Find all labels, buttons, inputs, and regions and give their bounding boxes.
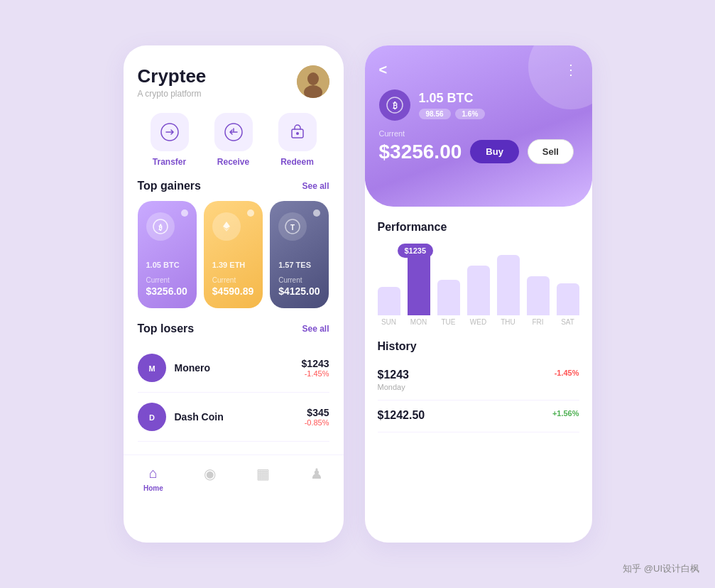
dash-value: $345: [305, 407, 329, 418]
eth-label: Current: [212, 276, 254, 284]
bar-sun-fill: [378, 287, 400, 315]
history-row-1[interactable]: $1242.50 +1.56%: [378, 401, 579, 432]
receive-icon: [224, 123, 243, 141]
gainer-card-tes[interactable]: T 1.57 TES Current $4125.00: [270, 201, 329, 308]
bar-sat-fill: [557, 283, 579, 315]
eth-value: $4590.89: [212, 285, 254, 297]
tes-name: 1.57 TES: [278, 261, 320, 269]
svg-point-6: [296, 132, 299, 135]
history-day-0: Monday: [378, 383, 410, 391]
gainer-card-btc[interactable]: ₿ 1.05 BTC Current $3256.00: [138, 201, 197, 308]
app-header: Cryptee A crypto platform: [138, 65, 329, 99]
losers-section: Top losers See all M Monero $1243 -1.45%: [124, 322, 344, 442]
chart-area: $1235 SUN MON TUE: [378, 244, 579, 329]
bar-tue-label: TUE: [442, 318, 456, 326]
nav-wallet[interactable]: ◉: [204, 465, 216, 492]
wallet-icon: ◉: [204, 465, 216, 482]
transfer-label: Transfer: [153, 157, 186, 167]
btc-big-icon: ₿: [386, 97, 403, 114]
bottom-nav: ⌂ Home ◉ ▦ ♟: [124, 454, 344, 505]
svg-text:D: D: [149, 413, 155, 422]
bar-thu: THU: [497, 244, 520, 326]
btc-value: $3256.00: [146, 285, 188, 297]
transfer-action[interactable]: Transfer: [138, 113, 202, 167]
monero-icon: M: [138, 354, 166, 382]
nav-home[interactable]: ⌂ Home: [143, 465, 163, 492]
dash-change: -0.85%: [305, 418, 329, 427]
current-value: $3256.00: [379, 141, 462, 163]
nav-profile[interactable]: ♟: [310, 465, 323, 492]
losers-see-all[interactable]: See all: [302, 324, 329, 334]
btc-name: 1.05 BTC: [146, 261, 188, 269]
dash-icon: D: [138, 403, 166, 431]
dash-symbol: D: [144, 409, 160, 425]
chart-tooltip: $1235: [398, 244, 434, 258]
redeem-action[interactable]: Redeem: [266, 113, 329, 167]
coin-icon-big: ₿: [379, 89, 410, 121]
dash-right: $345 -0.85%: [305, 407, 329, 427]
svg-point-1: [307, 72, 319, 85]
app-subtitle: A crypto platform: [138, 89, 207, 99]
detail-bottom: Performance $1235 SUN MON TUE: [365, 207, 592, 447]
transfer-icon-wrap: [151, 113, 189, 151]
eth-name: 1.39 ETH: [212, 261, 254, 269]
tes-value: $4125.00: [278, 285, 320, 297]
gainer-dot-eth: [247, 209, 254, 217]
detail-header: < ⋮ ₿ 1.05 BTC 98.56 1.6%: [365, 45, 592, 207]
redeem-icon-wrap: [278, 113, 317, 151]
history-change-1: +1.56%: [552, 409, 579, 418]
phone-left: Cryptee A crypto platform: [124, 45, 344, 543]
bar-thu-fill: [497, 255, 520, 315]
current-label: Current: [379, 129, 578, 138]
phone-right: < ⋮ ₿ 1.05 BTC 98.56 1.6%: [365, 45, 592, 543]
home-icon: ⌂: [149, 465, 158, 481]
loser-row-dash[interactable]: D Dash Coin $345 -0.85%: [138, 393, 329, 442]
coin-badges: 98.56 1.6%: [419, 109, 486, 119]
bar-wed: WED: [467, 244, 490, 326]
history-row-0[interactable]: $1243 Monday -1.45%: [378, 360, 579, 401]
bar-tue: TUE: [437, 244, 460, 326]
gainers-title: Top gainers: [138, 180, 202, 192]
loser-row-monero[interactable]: M Monero $1243 -1.45%: [138, 344, 329, 393]
history-amount-0: $1243: [378, 369, 410, 381]
bar-fri-fill: [527, 276, 550, 315]
monero-right: $1243 -1.45%: [302, 358, 329, 378]
gainer-dot-tes: [313, 209, 320, 217]
actions-row: Transfer Receive: [138, 113, 329, 167]
redeem-label: Redeem: [280, 157, 314, 167]
back-button[interactable]: <: [379, 62, 388, 78]
bar-thu-label: THU: [501, 318, 515, 326]
current-row: $3256.00 Buy Sell: [379, 139, 578, 164]
history-title: History: [378, 340, 579, 353]
svg-text:M: M: [148, 364, 155, 373]
losers-title: Top losers: [138, 322, 195, 335]
bar-sun: SUN: [378, 244, 400, 326]
bar-tue-fill: [437, 280, 460, 315]
receive-action[interactable]: Receive: [202, 113, 266, 167]
nav-chart[interactable]: ▦: [256, 465, 270, 492]
buy-button[interactable]: Buy: [470, 140, 519, 163]
gainer-card-eth[interactable]: 1.39 ETH Current $4590.89: [204, 201, 263, 308]
gainers-see-all[interactable]: See all: [302, 181, 329, 191]
chart-icon: ▦: [256, 465, 270, 482]
tes-label: Current: [278, 276, 320, 284]
svg-text:₿: ₿: [158, 224, 162, 232]
btc-label: Current: [146, 276, 188, 284]
badge-price: 98.56: [419, 109, 451, 119]
history-change-0: -1.45%: [555, 369, 579, 377]
transfer-icon: [160, 123, 179, 141]
eth-icon: [219, 219, 234, 234]
bar-wed-fill: [467, 266, 490, 315]
bar-sat-label: SAT: [561, 318, 574, 326]
receive-label: Receive: [217, 157, 249, 167]
app-title: Cryptee: [138, 65, 207, 87]
bar-sat: SAT: [557, 244, 579, 326]
nav-home-label: Home: [143, 484, 163, 492]
sell-button[interactable]: Sell: [528, 139, 574, 164]
gainer-dot-btc: [181, 209, 188, 217]
avatar[interactable]: [297, 65, 329, 98]
bar-fri-label: FRI: [532, 318, 543, 326]
eth-icon-wrap: [212, 212, 241, 241]
coin-name-big: 1.05 BTC: [419, 91, 486, 106]
profile-icon: ♟: [310, 465, 323, 482]
